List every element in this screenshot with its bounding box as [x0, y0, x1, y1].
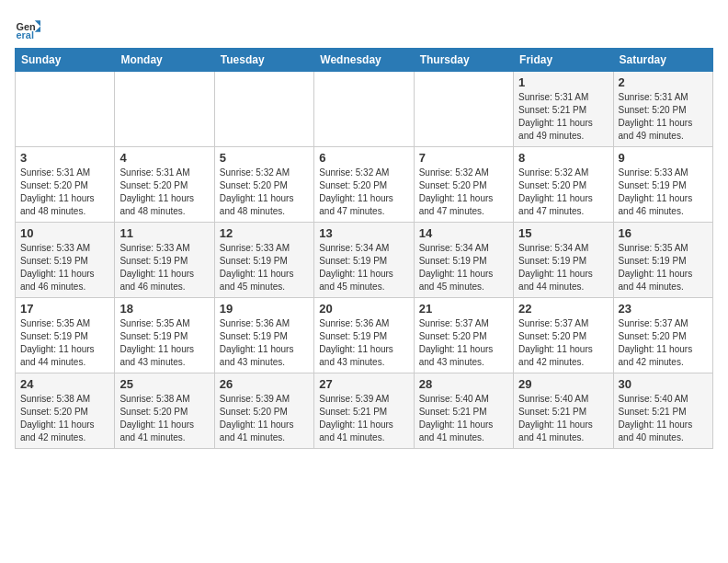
calendar-day-cell: 17Sunrise: 5:35 AM Sunset: 5:19 PM Dayli… — [16, 298, 115, 373]
day-number: 12 — [220, 226, 309, 240]
weekday-header-cell: Friday — [514, 49, 613, 72]
calendar-day-cell: 30Sunrise: 5:40 AM Sunset: 5:21 PM Dayli… — [613, 373, 712, 449]
day-number: 29 — [518, 377, 608, 391]
day-info: Sunrise: 5:33 AM Sunset: 5:19 PM Dayligh… — [619, 167, 708, 218]
day-info: Sunrise: 5:37 AM Sunset: 5:20 PM Dayligh… — [619, 317, 708, 369]
day-number: 11 — [119, 226, 209, 240]
day-number: 1 — [518, 75, 608, 89]
weekday-header-cell: Saturday — [613, 49, 712, 72]
weekday-header-cell: Wednesday — [314, 49, 414, 72]
calendar-day-cell: 4Sunrise: 5:31 AM Sunset: 5:20 PM Daylig… — [115, 147, 214, 223]
calendar-day-cell: 12Sunrise: 5:33 AM Sunset: 5:19 PM Dayli… — [214, 223, 313, 298]
calendar-day-cell: 7Sunrise: 5:32 AM Sunset: 5:20 PM Daylig… — [414, 147, 513, 223]
day-number: 16 — [619, 226, 708, 240]
day-number: 28 — [419, 377, 508, 391]
weekday-header-cell: Sunday — [16, 49, 115, 72]
calendar-day-cell: 13Sunrise: 5:34 AM Sunset: 5:19 PM Dayli… — [314, 223, 414, 298]
day-number: 22 — [518, 302, 608, 316]
day-number: 10 — [20, 226, 109, 240]
day-info: Sunrise: 5:31 AM Sunset: 5:20 PM Dayligh… — [20, 167, 109, 218]
day-info: Sunrise: 5:33 AM Sunset: 5:19 PM Dayligh… — [20, 242, 109, 293]
day-number: 25 — [119, 377, 209, 391]
calendar-day-cell: 8Sunrise: 5:32 AM Sunset: 5:20 PM Daylig… — [514, 147, 613, 223]
calendar-day-cell: 23Sunrise: 5:37 AM Sunset: 5:20 PM Dayli… — [613, 298, 712, 373]
day-info: Sunrise: 5:38 AM Sunset: 5:20 PM Dayligh… — [20, 393, 109, 444]
day-info: Sunrise: 5:34 AM Sunset: 5:19 PM Dayligh… — [419, 242, 508, 293]
day-info: Sunrise: 5:31 AM Sunset: 5:21 PM Dayligh… — [518, 91, 608, 143]
calendar-week-row: 24Sunrise: 5:38 AM Sunset: 5:20 PM Dayli… — [16, 373, 713, 449]
day-number: 5 — [220, 151, 309, 165]
day-number: 13 — [319, 226, 408, 240]
day-info: Sunrise: 5:31 AM Sunset: 5:20 PM Dayligh… — [619, 91, 708, 143]
calendar-week-row: 3Sunrise: 5:31 AM Sunset: 5:20 PM Daylig… — [16, 147, 713, 223]
day-info: Sunrise: 5:40 AM Sunset: 5:21 PM Dayligh… — [518, 393, 608, 444]
day-info: Sunrise: 5:35 AM Sunset: 5:19 PM Dayligh… — [619, 242, 708, 293]
calendar-day-cell: 18Sunrise: 5:35 AM Sunset: 5:19 PM Dayli… — [115, 298, 214, 373]
weekday-header-cell: Tuesday — [214, 49, 313, 72]
day-info: Sunrise: 5:31 AM Sunset: 5:20 PM Dayligh… — [119, 167, 209, 218]
calendar-week-row: 1Sunrise: 5:31 AM Sunset: 5:21 PM Daylig… — [16, 72, 713, 147]
calendar-day-cell: 5Sunrise: 5:32 AM Sunset: 5:20 PM Daylig… — [214, 147, 313, 223]
weekday-header-cell: Thursday — [414, 49, 513, 72]
day-info: Sunrise: 5:36 AM Sunset: 5:19 PM Dayligh… — [220, 317, 309, 369]
day-info: Sunrise: 5:40 AM Sunset: 5:21 PM Dayligh… — [619, 393, 708, 444]
day-info: Sunrise: 5:39 AM Sunset: 5:21 PM Dayligh… — [319, 393, 408, 444]
calendar-table: SundayMondayTuesdayWednesdayThursdayFrid… — [15, 48, 713, 449]
day-number: 17 — [20, 302, 109, 316]
calendar-day-cell: 28Sunrise: 5:40 AM Sunset: 5:21 PM Dayli… — [414, 373, 513, 449]
calendar-day-cell — [214, 72, 313, 147]
calendar-week-row: 10Sunrise: 5:33 AM Sunset: 5:19 PM Dayli… — [16, 223, 713, 298]
weekday-header-row: SundayMondayTuesdayWednesdayThursdayFrid… — [16, 49, 713, 72]
day-number: 14 — [419, 226, 508, 240]
day-number: 7 — [419, 151, 508, 165]
calendar-day-cell: 24Sunrise: 5:38 AM Sunset: 5:20 PM Dayli… — [16, 373, 115, 449]
day-number: 18 — [119, 302, 209, 316]
day-number: 8 — [518, 151, 608, 165]
day-info: Sunrise: 5:32 AM Sunset: 5:20 PM Dayligh… — [319, 167, 408, 218]
day-info: Sunrise: 5:36 AM Sunset: 5:19 PM Dayligh… — [319, 317, 408, 369]
calendar-day-cell: 21Sunrise: 5:37 AM Sunset: 5:20 PM Dayli… — [414, 298, 513, 373]
day-number: 20 — [319, 302, 408, 316]
svg-text:eral: eral — [17, 29, 34, 40]
weekday-header-cell: Monday — [115, 49, 214, 72]
day-info: Sunrise: 5:35 AM Sunset: 5:19 PM Dayligh… — [119, 317, 209, 369]
day-info: Sunrise: 5:34 AM Sunset: 5:19 PM Dayligh… — [319, 242, 408, 293]
day-info: Sunrise: 5:33 AM Sunset: 5:19 PM Dayligh… — [119, 242, 209, 293]
day-info: Sunrise: 5:32 AM Sunset: 5:20 PM Dayligh… — [518, 167, 608, 218]
day-number: 6 — [319, 151, 408, 165]
day-number: 21 — [419, 302, 508, 316]
calendar-day-cell: 9Sunrise: 5:33 AM Sunset: 5:19 PM Daylig… — [613, 147, 712, 223]
day-number: 4 — [119, 151, 209, 165]
calendar-day-cell — [314, 72, 414, 147]
day-number: 15 — [518, 226, 608, 240]
day-number: 3 — [20, 151, 109, 165]
day-info: Sunrise: 5:34 AM Sunset: 5:19 PM Dayligh… — [518, 242, 608, 293]
calendar-day-cell — [115, 72, 214, 147]
calendar-day-cell: 14Sunrise: 5:34 AM Sunset: 5:19 PM Dayli… — [414, 223, 513, 298]
day-number: 23 — [619, 302, 708, 316]
calendar-day-cell: 22Sunrise: 5:37 AM Sunset: 5:20 PM Dayli… — [514, 298, 613, 373]
day-info: Sunrise: 5:38 AM Sunset: 5:20 PM Dayligh… — [119, 393, 209, 444]
day-info: Sunrise: 5:33 AM Sunset: 5:19 PM Dayligh… — [220, 242, 309, 293]
logo: Gen eral — [15, 15, 44, 40]
day-number: 2 — [619, 75, 708, 89]
calendar-day-cell: 20Sunrise: 5:36 AM Sunset: 5:19 PM Dayli… — [314, 298, 414, 373]
calendar-day-cell: 15Sunrise: 5:34 AM Sunset: 5:19 PM Dayli… — [514, 223, 613, 298]
calendar-day-cell — [16, 72, 115, 147]
calendar-day-cell: 10Sunrise: 5:33 AM Sunset: 5:19 PM Dayli… — [16, 223, 115, 298]
day-number: 26 — [220, 377, 309, 391]
day-info: Sunrise: 5:40 AM Sunset: 5:21 PM Dayligh… — [419, 393, 508, 444]
calendar-day-cell — [414, 72, 513, 147]
logo-icon: Gen eral — [15, 15, 40, 40]
day-number: 30 — [619, 377, 708, 391]
calendar-body: 1Sunrise: 5:31 AM Sunset: 5:21 PM Daylig… — [16, 72, 713, 449]
calendar-day-cell: 26Sunrise: 5:39 AM Sunset: 5:20 PM Dayli… — [214, 373, 313, 449]
day-number: 19 — [220, 302, 309, 316]
calendar-day-cell: 3Sunrise: 5:31 AM Sunset: 5:20 PM Daylig… — [16, 147, 115, 223]
day-info: Sunrise: 5:35 AM Sunset: 5:19 PM Dayligh… — [20, 317, 109, 369]
day-number: 9 — [619, 151, 708, 165]
calendar-day-cell: 25Sunrise: 5:38 AM Sunset: 5:20 PM Dayli… — [115, 373, 214, 449]
day-info: Sunrise: 5:32 AM Sunset: 5:20 PM Dayligh… — [419, 167, 508, 218]
day-number: 27 — [319, 377, 408, 391]
calendar-day-cell: 11Sunrise: 5:33 AM Sunset: 5:19 PM Dayli… — [115, 223, 214, 298]
